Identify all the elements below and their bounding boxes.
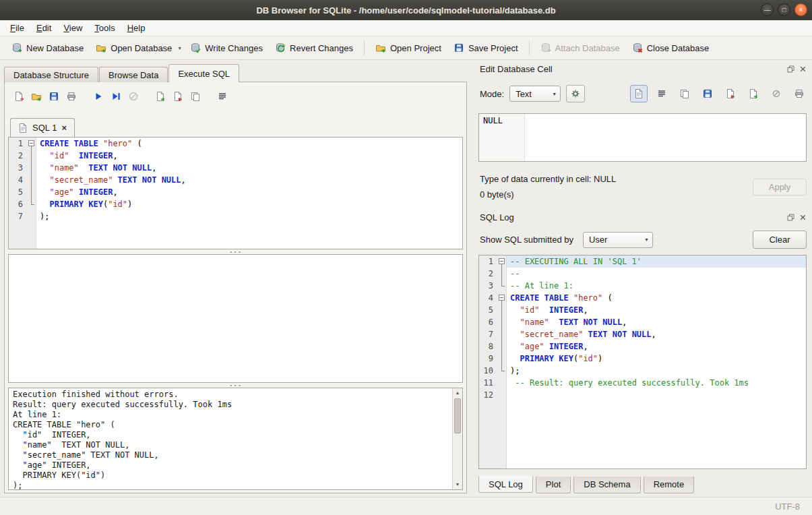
minimize-button[interactable]: — <box>761 3 774 16</box>
fold-marker <box>497 316 507 328</box>
bottom-tab-plot[interactable]: Plot <box>536 477 571 493</box>
scroll-up-icon[interactable]: ▲ <box>453 388 462 398</box>
export-button[interactable] <box>745 85 762 102</box>
autocomplete-button[interactable] <box>187 88 204 105</box>
execution-log-pane[interactable]: Execution finished without errors. Resul… <box>8 388 463 490</box>
write-changes-button[interactable]: Write Changes <box>184 39 269 57</box>
fold-marker[interactable]: − <box>497 292 507 304</box>
open-database-dropdown-caret-icon[interactable]: ▼ <box>175 42 184 55</box>
sql-log-view[interactable]: 1−-- EXECUTING ALL IN 'SQL 1'2--3-- At l… <box>478 255 807 469</box>
text-mode-button[interactable] <box>630 85 648 102</box>
fold-marker[interactable]: − <box>497 255 507 268</box>
new-database-button[interactable]: New Database <box>5 39 90 57</box>
close-button[interactable]: × <box>794 3 807 16</box>
save-button[interactable] <box>699 85 716 102</box>
save-project-label: Save Project <box>468 43 518 53</box>
line-number: 3 <box>9 162 26 174</box>
set-null-button[interactable] <box>768 85 785 102</box>
print-button[interactable] <box>63 88 80 105</box>
collapse-icon[interactable]: − <box>499 295 505 301</box>
line-number: 1 <box>9 138 26 150</box>
save-sql-button[interactable] <box>45 88 63 105</box>
open-database-button[interactable]: Open Database <box>90 39 178 57</box>
edit-cell-title: Edit Database Cell <box>480 64 784 74</box>
scrollbar-thumb[interactable] <box>454 398 461 433</box>
execute-all-button[interactable] <box>90 88 107 105</box>
sql-editor[interactable]: 1−CREATE TABLE "hero" (2 "id" INTEGER,3 … <box>8 137 463 249</box>
menu-view[interactable]: View <box>57 21 88 35</box>
sql-editor-code: 1−CREATE TABLE "hero" (2 "id" INTEGER,3 … <box>9 138 462 249</box>
print-button[interactable] <box>790 85 808 102</box>
code-line: 5 "age" INTEGER, <box>9 186 462 198</box>
fold-marker <box>497 328 507 340</box>
apply-button: Apply <box>753 179 807 195</box>
code-text: ); <box>507 365 806 377</box>
fold-marker <box>26 186 36 198</box>
export-button[interactable] <box>152 88 169 105</box>
import-icon <box>173 91 183 102</box>
gear-icon <box>570 88 581 99</box>
format-button[interactable] <box>214 88 231 105</box>
code-line: 7); <box>9 210 462 222</box>
scrollbar[interactable]: ▲ ▼ <box>452 388 462 489</box>
float-panel-icon[interactable] <box>786 212 796 222</box>
tab-database-structure[interactable]: Database Structure <box>4 67 98 82</box>
submitted-by-select[interactable]: User ▼ <box>583 232 653 248</box>
new-database-icon <box>11 42 22 53</box>
cell-value-editor[interactable]: NULL <box>478 113 807 162</box>
menu-edit[interactable]: Edit <box>30 21 57 35</box>
close-panel-icon[interactable] <box>798 212 808 222</box>
maximize-button[interactable]: □ <box>778 3 790 16</box>
sql-log-controls: Show SQL submitted by User ▼ Clear <box>480 230 807 249</box>
save-project-button[interactable]: Save Project <box>447 39 524 57</box>
fold-marker[interactable]: − <box>26 138 36 150</box>
code-text: CREATE TABLE "hero" ( <box>507 292 806 304</box>
copy-button[interactable] <box>676 85 693 102</box>
open-sql-button[interactable] <box>28 88 45 105</box>
mode-select-value: Text <box>516 89 532 99</box>
close-panel-icon[interactable] <box>798 64 808 74</box>
menu-file[interactable]: File <box>4 21 30 35</box>
collapse-icon[interactable]: − <box>499 258 505 264</box>
close-database-button[interactable]: Close Database <box>626 39 716 57</box>
bottom-tab-db-schema[interactable]: DB Schema <box>573 477 640 493</box>
execute-line-button[interactable] <box>107 88 125 105</box>
splitter-handle[interactable] <box>8 249 463 254</box>
open-project-button[interactable]: Open Project <box>369 39 447 57</box>
menu-tools[interactable]: Tools <box>88 21 121 35</box>
execute-line-icon <box>111 91 121 102</box>
import-button[interactable] <box>169 88 187 105</box>
bottom-tab-remote[interactable]: Remote <box>644 477 695 493</box>
collapse-icon[interactable]: − <box>28 140 34 146</box>
sql-tab[interactable]: SQL 1 × <box>10 118 75 137</box>
encoding-indicator[interactable]: UTF-8 <box>775 502 800 512</box>
query-results-pane[interactable] <box>8 254 463 383</box>
tab-browse-data[interactable]: Browse Data <box>99 67 168 82</box>
code-fill-area <box>36 222 462 249</box>
float-panel-icon[interactable] <box>786 64 796 74</box>
code-text: "age" INTEGER, <box>507 340 806 353</box>
title-bar[interactable]: DB Browser for SQLite - /home/user/code/… <box>0 0 812 20</box>
status-bar: UTF-8 <box>0 497 812 515</box>
fold-marker <box>26 162 36 174</box>
mode-settings-button[interactable] <box>566 85 585 102</box>
line-number: 10 <box>479 365 497 377</box>
tab-execute-sql[interactable]: Execute SQL <box>168 64 239 82</box>
revert-changes-button[interactable]: Revert Changes <box>269 39 359 57</box>
bottom-tab-sql-log[interactable]: SQL Log <box>478 476 533 493</box>
code-text: CREATE TABLE "hero" ( <box>36 138 462 150</box>
splitter-handle[interactable] <box>8 383 463 388</box>
new-tab-button[interactable] <box>10 88 28 105</box>
menu-help[interactable]: Help <box>121 21 152 35</box>
word-wrap-icon <box>656 88 667 99</box>
code-line: 12 <box>479 389 806 401</box>
fold-gutter-fill <box>497 401 507 468</box>
scroll-down-icon[interactable]: ▼ <box>453 480 462 489</box>
line-number: 6 <box>479 316 497 328</box>
mode-select[interactable]: Text ▼ <box>509 86 561 102</box>
code-filler <box>479 401 806 468</box>
sql-tab-close-icon[interactable]: × <box>61 123 67 133</box>
import-button[interactable] <box>722 85 739 102</box>
clear-button[interactable]: Clear <box>753 231 807 249</box>
word-wrap-button[interactable] <box>653 85 670 102</box>
